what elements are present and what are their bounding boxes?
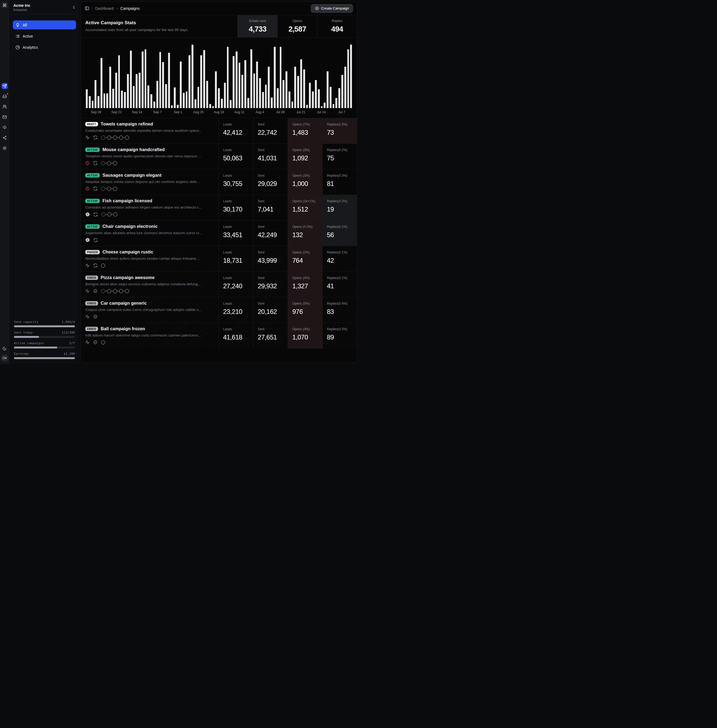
stat-cell-value: 764 [292, 257, 322, 264]
campaign-row[interactable]: DRAFT Towels campaign refined Coadunatio… [81, 118, 357, 144]
step-circle-icon [107, 136, 111, 140]
chart-bar [250, 49, 252, 108]
campaign-list: DRAFT Towels campaign refined Coadunatio… [81, 118, 357, 362]
campaign-title: Mouse campaign handcrafted [102, 147, 165, 152]
chart-bar [268, 67, 270, 108]
x-tick-label: Jul 28 [270, 110, 290, 114]
chart-bar [133, 86, 135, 108]
stat-cell-label: Replies(0.1%) [327, 276, 357, 280]
chart-bar [98, 96, 99, 108]
sidebar-item-active[interactable]: Active [13, 32, 76, 41]
usage-value: 5/7 [69, 341, 75, 345]
campaign-row[interactable]: ACTIVE Chair campaign electronic Asperio… [81, 221, 357, 246]
campaign-row[interactable]: ACTIVE Mouse campaign handcrafted Templu… [81, 144, 357, 169]
rail-item-gear[interactable] [2, 145, 8, 151]
refresh-icon [93, 212, 98, 217]
step-connector [111, 188, 113, 189]
step-connector [105, 137, 107, 138]
refresh-icon [93, 135, 98, 140]
campaign-row[interactable]: ENDED Pizza campaign awesome Benigne dec… [81, 272, 357, 297]
campaign-description: Infit adiuvo harum uberrime tabgo curto … [85, 333, 214, 337]
create-campaign-button[interactable]: Create Campaign [311, 4, 353, 13]
stat-emails-sent: Emails sent 4,733 [238, 15, 277, 37]
stat-cell-sent: Sent 29,932 [253, 272, 288, 297]
campaign-description: Corpus cinis campana soleo cornu chirogr… [85, 308, 214, 312]
step-circle-icon [101, 187, 105, 191]
breadcrumb-parent[interactable]: Dashboard [95, 6, 114, 11]
usage-progress-track [14, 357, 75, 359]
stat-cell-label: Sent [258, 174, 288, 178]
campaign-title: Towels campaign refined [101, 122, 153, 126]
campaign-description: Necessitatibus timor aufero despecto ton… [85, 256, 214, 260]
share-nodes-icon [3, 136, 7, 140]
stat-cell-sent: Sent 27,651 [253, 323, 288, 349]
rail-item-mail[interactable] [2, 114, 8, 120]
chart-bar [142, 52, 143, 108]
campaign-info: ACTIVE Chair campaign electronic Asperio… [81, 221, 218, 246]
refresh-icon [93, 186, 98, 191]
sidebar-item-analytics[interactable]: Analytics [13, 43, 76, 52]
stat-cell-replies: Replies(0.3%) 81 [322, 169, 357, 195]
stat-cell-leads: Leads 23,210 [218, 297, 253, 323]
campaign-info: ACTIVE Fish campaign licensed Constans a… [81, 195, 218, 220]
chart-bar [227, 47, 229, 108]
panel-toggle-icon[interactable] [85, 6, 89, 11]
chart-bar [118, 55, 120, 108]
chart-bar [124, 92, 126, 108]
stat-cell-opens: Opens (2e+1%) 1,512 [288, 195, 322, 220]
step-circle-icon [101, 263, 105, 268]
sequence-steps [101, 340, 105, 344]
campaign-row[interactable]: ENDED Ball campaign frozen Infit adiuvo … [81, 323, 357, 349]
stat-cell-value: 50,063 [223, 154, 253, 162]
campaign-row[interactable]: ACTIVE Fish campaign licensed Constans a… [81, 195, 357, 221]
chart-bar [218, 88, 220, 108]
org-plan: Enterprise [13, 8, 70, 11]
stat-cell-replies: Replies(0.1%) 42 [322, 246, 357, 271]
chart-bar [150, 94, 152, 108]
user-avatar[interactable]: CN [2, 355, 8, 361]
stat-cell-label: Opens (3%) [292, 174, 322, 178]
step-circle-icon [125, 289, 129, 293]
rail-item-users[interactable] [2, 104, 8, 110]
stat-cell-label: Opens (2e+1%) [292, 199, 322, 203]
campaign-dashboard: CN Acme Inc Enterprise AllActiveAnalytic… [0, 0, 358, 364]
campaign-row[interactable]: ENDED Car campaign generic Corpus cinis … [81, 297, 357, 323]
pinwheel-icon [85, 212, 90, 217]
rail-item-send[interactable] [2, 83, 8, 89]
campaign-row[interactable]: ACTIVE Sausages campaign elegant Aequita… [81, 169, 357, 195]
step-circle-icon [113, 289, 117, 293]
command-menu-button[interactable] [2, 2, 8, 8]
stat-cell-label: Leads [223, 276, 253, 280]
users-icon [3, 105, 7, 109]
campaign-info: ACTIVE Sausages campaign elegant Aequita… [81, 169, 218, 195]
rail-item-share-nodes[interactable] [2, 135, 8, 141]
stat-cell-leads: Leads 42,412 [218, 118, 253, 143]
chart-bar [127, 74, 129, 108]
chart-bar [291, 102, 293, 108]
step-circle-icon [101, 161, 105, 165]
inbox-icon [3, 94, 7, 99]
usage-label: Send capacity [14, 320, 38, 324]
stat-cell-label: Sent [258, 276, 288, 280]
stat-opens: Opens 2,587 [277, 15, 317, 37]
cloud-lightning-icon [3, 125, 7, 129]
stat-cell-label: Replies(0.3%) [327, 174, 357, 178]
stat-cell-value: 976 [292, 308, 322, 315]
chart-bar [336, 98, 337, 108]
x-tick-label: Aug 4 [250, 110, 270, 114]
stat-cell-value: 27,651 [258, 334, 288, 341]
usage-value: 1,000/d [62, 320, 75, 324]
rail-item-cloud-lightning[interactable] [2, 125, 8, 130]
stat-cell-leads: Leads 30,755 [218, 169, 253, 195]
step-circle-icon [113, 136, 117, 140]
dark-mode-toggle[interactable] [2, 346, 8, 352]
sidebar-item-all[interactable]: All [13, 20, 76, 29]
chart-bar [321, 106, 323, 108]
usage-label: Earnings [14, 352, 29, 356]
campaign-row[interactable]: PAUSED Cheese campaign rustic Necessitat… [81, 246, 357, 272]
org-switcher[interactable]: Acme Inc Enterprise [9, 0, 79, 14]
chart-bar [168, 53, 170, 108]
stat-cell-sent: Sent 43,999 [253, 246, 288, 271]
rail-item-inbox[interactable] [2, 93, 8, 99]
stat-cell-value: 1,070 [292, 334, 322, 341]
